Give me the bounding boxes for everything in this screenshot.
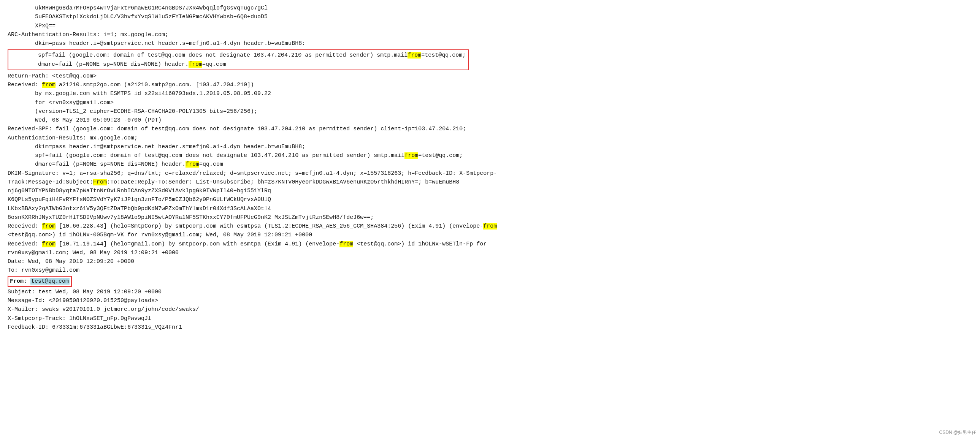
line-2: 5uFEOAKSTstplXckdoLjDLC/V3hvfxYvqSlWlu5z… bbox=[8, 13, 972, 21]
line-message-id: Message-Id: <20190508120920.015250@paylo… bbox=[8, 296, 972, 305]
line-to: To: rvn0xsy@gmail.com bbox=[8, 266, 972, 275]
line-1: ukMHWHg68da7MFOHps4wTVjaFxtP6mawEG1RC4nG… bbox=[8, 4, 972, 13]
highlight-from-8: from bbox=[42, 241, 56, 247]
line-dkim-sig6: 8osnKXRRhJNyxTUZ0rHlTSDIVpNUwv7y18AW1o9p… bbox=[8, 213, 972, 222]
highlight-from-3: from bbox=[42, 82, 56, 88]
spf-dmarc-block: spf=fail (google.com: domain of test@qq.… bbox=[8, 49, 469, 70]
red-box-section: spf=fail (google.com: domain of test@qq.… bbox=[8, 49, 972, 71]
line-dkim1: dkim=pass header.i=@smtpservice.net head… bbox=[8, 39, 972, 48]
line-3: XPxQ== bbox=[8, 22, 972, 30]
line-received2: Received: from [10.66.228.43] (helo=Smtp… bbox=[8, 222, 972, 230]
highlight-From-cap: From bbox=[93, 179, 107, 186]
highlight-from-4: from bbox=[404, 152, 418, 159]
from-field-box: From: test@qq.com bbox=[8, 276, 72, 287]
line-auth-results: Authentication-Results: mx.google.com; bbox=[8, 134, 972, 143]
line-received2-cont: <test@qq.com>) id 1hOLNx-005Bqm-VK for r… bbox=[8, 230, 972, 239]
line-feedback-id: Feedback-ID: 673331m:673331aBGLbwE:67333… bbox=[8, 323, 972, 332]
line-spf: spf=fail (google.com: domain of test@qq.… bbox=[11, 51, 466, 60]
line-dmarc2: dmarc=fail (p=NONE sp=NONE dis=NONE) hea… bbox=[8, 160, 972, 169]
line-received-spf: Received-SPF: fail (google.com: domain o… bbox=[8, 125, 972, 133]
line-dkim2: dkim=pass header.i=@smtpservice.net head… bbox=[8, 143, 972, 151]
from-field-section: From: test@qq.com bbox=[8, 276, 972, 287]
highlight-from-9: from bbox=[339, 241, 353, 247]
line-x-smtpcorp: X-Smtpcorp-Track: 1hOLNxwSET_nFp.0gPwvwq… bbox=[8, 314, 972, 323]
highlight-from-2: from bbox=[189, 61, 202, 68]
line-received1: Received: from a2i210.smtp2go.com (a2i21… bbox=[8, 81, 972, 89]
line-dkim-sig4: K6QPLs5ypuFqiH4FvRYFfsNOZSVdY7yK7iJPlqn3… bbox=[8, 195, 972, 204]
highlight-from-7: from bbox=[483, 223, 497, 229]
line-dkim-sig5: LKbxBBAxy2qAIWbG3otxz61V5y3QFtZDaTPbQb9p… bbox=[8, 205, 972, 213]
line-dmarc1: dmarc=fail (p=NONE sp=NONE dis=NONE) hea… bbox=[11, 60, 466, 69]
line-spf2: spf=fail (google.com: domain of test@qq.… bbox=[8, 151, 972, 160]
line-dkim-sig: DKIM-Signature: v=1; a=rsa-sha256; q=dns… bbox=[8, 169, 972, 178]
line-subject: Subject: test Wed, 08 May 2019 12:09:20 … bbox=[8, 288, 972, 296]
highlight-from-1: from bbox=[407, 52, 421, 59]
line-received1-for: for <rvn0xsy@gmail.com> bbox=[8, 98, 972, 107]
line-dkim-sig2: Track:Message-Id:Subject:From:To:Date:Re… bbox=[8, 178, 972, 187]
highlight-from-6: from bbox=[42, 223, 56, 229]
line-date: Date: Wed, 08 May 2019 12:09:20 +0000 bbox=[8, 257, 972, 266]
highlight-from-5: from bbox=[186, 161, 199, 168]
line-received1-by: by mx.google.com with ESMTPS id x22si416… bbox=[8, 89, 972, 98]
from-email-value: test@qq.com bbox=[30, 278, 70, 284]
line-received3: Received: from [10.71.19.144] (helo=gmai… bbox=[8, 240, 972, 248]
line-received3-cont: rvn0xsy@gmail.com; Wed, 08 May 2019 12:0… bbox=[8, 248, 972, 257]
line-x-mailer: X-Mailer: swaks v20170101.0 jetmore.org/… bbox=[8, 305, 972, 314]
email-content: ukMHWHg68da7MFOHps4wTVjaFxtP6mawEG1RC4nG… bbox=[8, 4, 972, 332]
line-received1-date: Wed, 08 May 2019 05:09:23 -0700 (PDT) bbox=[8, 116, 972, 125]
line-received1-version: (version=TLS1_2 cipher=ECDHE-RSA-CHACHA2… bbox=[8, 107, 972, 116]
line-dkim-sig3: nj6g0MTOTYPNBbD8yqta7pWaTtnNrOvLRnbICAn9… bbox=[8, 187, 972, 195]
from-label: From: bbox=[10, 278, 30, 284]
line-return-path: Return-Path: <test@qq.com> bbox=[8, 72, 972, 81]
line-arc: ARC-Authentication-Results: i=1; mx.goog… bbox=[8, 30, 972, 39]
